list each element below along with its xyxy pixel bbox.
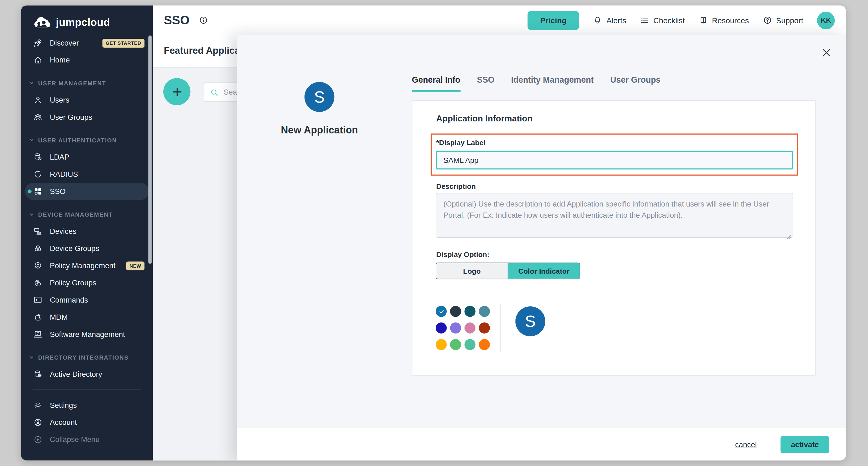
tab-identity-management[interactable]: Identity Management bbox=[511, 75, 594, 92]
color-swatch[interactable] bbox=[479, 322, 490, 334]
description-textarea[interactable] bbox=[436, 193, 793, 238]
sidebar-item-ldap[interactable]: LDAP bbox=[25, 148, 149, 166]
header-actions: Pricing Alerts Checklist Resources bbox=[528, 11, 835, 30]
sidebar-item-settings[interactable]: Settings bbox=[25, 397, 149, 414]
collapse-arrow-icon bbox=[33, 435, 43, 445]
app-grid-icon bbox=[33, 186, 43, 197]
main-body: Featured Applications S bbox=[153, 35, 846, 461]
color-swatch[interactable] bbox=[465, 306, 476, 317]
display-option-toggle: Logo Color Indicator bbox=[436, 263, 580, 280]
color-swatch[interactable] bbox=[436, 322, 447, 334]
color-swatch[interactable] bbox=[450, 306, 461, 317]
display-label-input[interactable] bbox=[436, 151, 793, 169]
color-swatch[interactable] bbox=[465, 339, 476, 350]
color-indicator-option[interactable]: Color Indicator bbox=[507, 263, 580, 279]
logo-wordmark: jumpcloud bbox=[56, 17, 110, 29]
support-button[interactable]: Support bbox=[763, 16, 803, 25]
page-title: SSO bbox=[164, 13, 189, 28]
plus-icon bbox=[170, 85, 183, 98]
close-icon bbox=[821, 47, 832, 58]
screen: jumpcloud Discover GET STARTED bbox=[0, 0, 868, 466]
color-preview-avatar: S bbox=[515, 307, 545, 337]
chevron-down-icon bbox=[29, 80, 34, 86]
question-circle-icon bbox=[763, 16, 772, 25]
color-swatch[interactable] bbox=[479, 306, 490, 317]
close-button[interactable] bbox=[820, 46, 833, 59]
resources-button[interactable]: Resources bbox=[699, 16, 749, 25]
policy-group-icon bbox=[33, 278, 43, 288]
logo-option[interactable]: Logo bbox=[436, 263, 507, 279]
color-swatch[interactable] bbox=[465, 322, 476, 334]
chevron-down-icon bbox=[29, 212, 34, 217]
application-name: New Application bbox=[253, 125, 386, 137]
tab-user-groups[interactable]: User Groups bbox=[610, 75, 660, 92]
devices-icon bbox=[33, 227, 43, 237]
section-user-authentication[interactable]: USER AUTHENTICATION bbox=[21, 132, 153, 148]
sidebar-item-radius[interactable]: RADIUS bbox=[25, 166, 149, 183]
checklist-button[interactable]: Checklist bbox=[640, 16, 685, 25]
alerts-button[interactable]: Alerts bbox=[593, 16, 626, 25]
section-directory-integrations[interactable]: DIRECTORY INTEGRATIONS bbox=[21, 349, 153, 366]
color-swatch[interactable] bbox=[436, 339, 447, 350]
section-user-management[interactable]: USER MANAGEMENT bbox=[21, 75, 153, 91]
sidebar-item-users[interactable]: Users bbox=[25, 91, 149, 109]
sidebar-item-mdm[interactable]: MDM bbox=[25, 309, 149, 326]
laptop-grid-icon bbox=[33, 329, 43, 340]
sidebar: jumpcloud Discover GET STARTED bbox=[21, 5, 153, 460]
database-windows-icon bbox=[33, 369, 43, 379]
sidebar-item-account[interactable]: Account bbox=[25, 414, 149, 431]
swatch-preview-divider bbox=[500, 304, 501, 352]
sidebar-item-home[interactable]: Home bbox=[25, 52, 149, 69]
pricing-button[interactable]: Pricing bbox=[528, 11, 579, 30]
sidebar-scrollbar[interactable] bbox=[148, 35, 152, 264]
home-icon bbox=[33, 55, 43, 65]
user-avatar[interactable]: KK bbox=[817, 11, 835, 29]
sidebar-item-sso[interactable]: SSO bbox=[25, 183, 149, 200]
rocket-icon bbox=[33, 38, 43, 48]
bell-icon bbox=[593, 16, 603, 25]
application-information-card: Application Information *Display Label D… bbox=[412, 100, 816, 376]
venn-circles-icon bbox=[33, 243, 43, 254]
color-swatch-selected[interactable] bbox=[436, 306, 447, 317]
cancel-button[interactable]: cancel bbox=[735, 440, 757, 448]
sidebar-item-policy-groups[interactable]: Policy Groups bbox=[25, 274, 149, 291]
sidebar-item-software-management[interactable]: Software Management bbox=[25, 326, 149, 343]
modal-tabs: General Info SSO Identity Management Use… bbox=[412, 75, 660, 92]
tab-general-info[interactable]: General Info bbox=[412, 75, 460, 92]
card-heading: Application Information bbox=[436, 114, 532, 124]
description-label: Description bbox=[436, 182, 476, 191]
search-icon bbox=[210, 88, 219, 96]
radius-dial-icon bbox=[33, 169, 43, 179]
jumpcloud-cloud-icon bbox=[32, 16, 52, 29]
book-icon bbox=[699, 16, 708, 25]
top-header: SSO Pricing Alerts Checklist bbox=[153, 5, 846, 35]
display-label-label: *Display Label bbox=[436, 139, 485, 147]
info-icon[interactable] bbox=[199, 16, 209, 25]
check-icon bbox=[438, 308, 444, 314]
section-device-management[interactable]: DEVICE MANAGEMENT bbox=[21, 206, 153, 223]
sidebar-item-policy-management[interactable]: Policy Management NEW bbox=[25, 257, 149, 274]
new-badge: NEW bbox=[126, 261, 145, 270]
main-area: SSO Pricing Alerts Checklist bbox=[153, 5, 846, 460]
app-window: jumpcloud Discover GET STARTED bbox=[21, 5, 846, 460]
get-started-badge: GET STARTED bbox=[102, 38, 145, 47]
tab-sso[interactable]: SSO bbox=[477, 75, 494, 92]
sidebar-divider bbox=[33, 389, 141, 390]
sidebar-item-user-groups[interactable]: User Groups bbox=[25, 109, 149, 126]
activate-button[interactable]: activate bbox=[780, 436, 829, 453]
color-swatch[interactable] bbox=[450, 322, 461, 334]
sidebar-item-device-groups[interactable]: Device Groups bbox=[25, 240, 149, 257]
jumpcloud-logo: jumpcloud bbox=[21, 5, 153, 31]
sidebar-item-discover[interactable]: Discover GET STARTED bbox=[25, 34, 149, 52]
sidebar-item-devices[interactable]: Devices bbox=[25, 223, 149, 240]
sidebar-item-commands[interactable]: Commands bbox=[25, 291, 149, 309]
color-swatch-grid bbox=[436, 306, 490, 350]
sidebar-item-collapse-menu[interactable]: Collapse Menu bbox=[25, 431, 149, 448]
color-swatch[interactable] bbox=[479, 339, 490, 350]
color-swatch[interactable] bbox=[450, 339, 461, 350]
modal-footer: cancel activate bbox=[237, 428, 846, 461]
chevron-down-icon bbox=[29, 355, 34, 360]
terminal-icon bbox=[33, 295, 43, 305]
sidebar-item-active-directory[interactable]: Active Directory bbox=[25, 366, 149, 383]
add-application-button[interactable] bbox=[163, 78, 190, 105]
